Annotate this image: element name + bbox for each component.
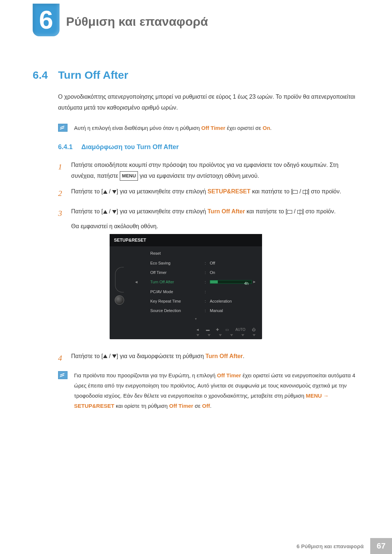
osd-menu-list: Reset Eco Saving:Off Off Timer:On ◄Turn … bbox=[129, 246, 262, 325]
enter-icon bbox=[297, 210, 302, 214]
section-title: Turn Off After bbox=[58, 69, 128, 81]
subsection-title: Διαμόρφωση του Turn Off After bbox=[81, 143, 179, 151]
step-number: 4 bbox=[58, 351, 71, 366]
subsection-heading: 6.4.1 Διαμόρφωση του Turn Off After bbox=[58, 143, 359, 151]
step-1: 1 Πατήστε οποιοδήποτε κουμπί στην πρόσοψ… bbox=[58, 160, 359, 181]
step-2: 2 Πατήστε το [ / ] για να μετακινηθείτε … bbox=[58, 186, 359, 201]
subsection-number: 6.4.1 bbox=[58, 143, 81, 151]
step-3-after: Θα εμφανιστεί η ακόλουθη οθόνη. bbox=[71, 221, 359, 232]
chapter-number-tab: 6 bbox=[33, 4, 60, 36]
page-footer: 6 Ρύθμιση και επαναφορά 67 bbox=[0, 538, 392, 554]
up-icon bbox=[103, 210, 107, 214]
page-number: 67 bbox=[370, 538, 392, 554]
step-3: 3 Πατήστε το [ / ] για να μετακινηθείτε … bbox=[58, 206, 359, 346]
footer-chapter-title: 6 Ρύθμιση και επαναφορά bbox=[297, 538, 370, 554]
section-intro: Ο χρονοδιακόπτης απενεργοποίησης μπορεί … bbox=[58, 91, 359, 113]
osd-selected-item: Turn Off After bbox=[150, 278, 205, 286]
osd-footer-icons: ◄▬✚▭AUTO⏻ bbox=[110, 325, 262, 334]
osd-screenshot: SETUP&RESET Reset Eco Saving:Off Off Tim… bbox=[110, 234, 262, 339]
select-icon bbox=[287, 210, 292, 214]
up-icon bbox=[103, 190, 107, 194]
note-icon bbox=[58, 371, 68, 379]
chapter-title: Ρύθμιση και επαναφορά bbox=[66, 4, 208, 29]
down-icon bbox=[112, 210, 117, 214]
note-icon bbox=[58, 124, 68, 132]
osd-slider: 4h bbox=[210, 280, 252, 284]
step-number: 2 bbox=[58, 186, 71, 201]
osd-title: SETUP&RESET bbox=[110, 234, 262, 246]
jog-icon bbox=[115, 295, 124, 305]
down-icon bbox=[112, 354, 117, 358]
step-number: 1 bbox=[58, 160, 71, 181]
step-4: 4 Πατήστε το [ / ] για να διαμορφώσετε τ… bbox=[58, 351, 359, 366]
note-2-text: Για προϊόντα που προορίζονται για την Ευ… bbox=[74, 370, 359, 411]
down-icon bbox=[112, 190, 117, 194]
section-heading: 6.4 Turn Off After bbox=[33, 69, 359, 81]
note-2: Για προϊόντα που προορίζονται για την Ευ… bbox=[58, 370, 359, 411]
page-header: 6 Ρύθμιση και επαναφορά bbox=[0, 0, 392, 36]
select-icon bbox=[293, 190, 298, 194]
up-icon bbox=[103, 354, 107, 358]
step-number: 3 bbox=[58, 206, 71, 346]
enter-icon bbox=[303, 190, 308, 194]
section-number: 6.4 bbox=[33, 69, 58, 81]
menu-button-label: MENU bbox=[120, 171, 138, 181]
note-1: Αυτή η επιλογή είναι διαθέσιμη μόνο όταν… bbox=[58, 123, 359, 133]
osd-side-graphic bbox=[110, 246, 129, 325]
note-1-text: Αυτή η επιλογή είναι διαθέσιμη μόνο όταν… bbox=[74, 123, 272, 133]
